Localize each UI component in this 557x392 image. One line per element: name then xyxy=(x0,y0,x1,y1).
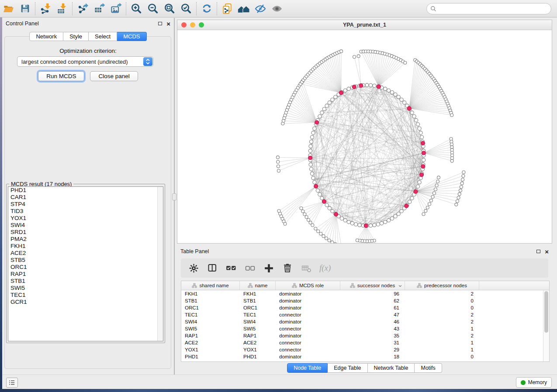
tab-motifs[interactable]: Motifs xyxy=(415,363,442,373)
network-node[interactable] xyxy=(347,87,350,90)
global-search-box[interactable] xyxy=(426,3,551,14)
network-node[interactable] xyxy=(418,127,421,130)
network-leaf-node[interactable] xyxy=(356,239,359,242)
network-node[interactable] xyxy=(416,185,420,188)
network-leaf-node[interactable] xyxy=(455,203,458,206)
network-node[interactable] xyxy=(308,149,312,152)
table-row[interactable]: ACE2ACE2connector311 xyxy=(181,339,549,346)
mcds-result-item[interactable]: ORC1 xyxy=(8,264,163,271)
float-panel-icon[interactable] xyxy=(536,250,540,253)
float-panel-icon[interactable] xyxy=(158,22,162,25)
network-node[interactable] xyxy=(318,115,322,118)
network-leaf-node[interactable] xyxy=(424,210,427,213)
optimization-criterion-dropdown[interactable]: largest connected component (undirected) xyxy=(17,56,153,67)
network-node[interactable] xyxy=(340,217,343,220)
network-canvas[interactable] xyxy=(177,30,552,243)
column-header-name[interactable]: name xyxy=(240,281,276,290)
network-node[interactable] xyxy=(369,83,372,87)
network-leaf-node[interactable] xyxy=(450,159,453,162)
table-row[interactable]: YOX1YOX1connector291 xyxy=(181,346,549,353)
export-network-icon[interactable] xyxy=(74,1,91,16)
panel-splitter-grip[interactable] xyxy=(172,193,176,200)
delete-column-icon[interactable] xyxy=(282,262,293,274)
network-graph[interactable] xyxy=(177,30,552,243)
tab-node-table[interactable]: Node Table xyxy=(287,363,328,373)
network-node[interactable] xyxy=(358,224,361,227)
table-scrollbar[interactable] xyxy=(543,290,549,361)
network-node[interactable] xyxy=(309,163,312,166)
network-leaf-node[interactable] xyxy=(314,227,317,230)
mcds-result-item[interactable]: SWI5 xyxy=(8,285,163,292)
network-hub-node[interactable] xyxy=(364,224,368,228)
network-leaf-node[interactable] xyxy=(277,160,280,163)
network-node[interactable] xyxy=(318,193,322,196)
network-hub-node[interactable] xyxy=(352,85,356,89)
network-node[interactable] xyxy=(313,181,316,184)
network-node[interactable] xyxy=(373,224,376,227)
network-node[interactable] xyxy=(422,158,426,162)
network-leaf-node[interactable] xyxy=(460,186,463,189)
zoom-fit-icon[interactable] xyxy=(161,1,178,16)
network-node[interactable] xyxy=(328,206,331,210)
network-leaf-node[interactable] xyxy=(428,203,431,206)
network-node[interactable] xyxy=(325,104,329,107)
network-leaf-node[interactable] xyxy=(456,199,459,203)
tab-network[interactable]: Network xyxy=(29,32,63,41)
export-image-icon[interactable] xyxy=(107,1,124,16)
network-hub-node[interactable] xyxy=(421,165,425,168)
column-header-shared-name[interactable]: shared name xyxy=(181,281,240,290)
network-node[interactable] xyxy=(350,221,354,225)
network-node[interactable] xyxy=(328,101,331,104)
network-node[interactable] xyxy=(384,220,387,224)
network-leaf-node[interactable] xyxy=(303,213,306,216)
mcds-result-item[interactable]: YOX1 xyxy=(8,215,163,222)
zoom-selected-icon[interactable] xyxy=(178,1,194,16)
mcds-result-item[interactable]: SWI4 xyxy=(8,222,163,229)
network-leaf-node[interactable] xyxy=(319,232,322,235)
network-window-titlebar[interactable]: YPA_prune.txt_1 xyxy=(177,20,552,30)
network-node[interactable] xyxy=(316,189,319,192)
network-node[interactable] xyxy=(400,210,403,213)
network-leaf-node[interactable] xyxy=(331,241,334,243)
network-leaf-node[interactable] xyxy=(457,196,460,199)
network-leaf-node[interactable] xyxy=(436,180,439,183)
refresh-view-icon[interactable] xyxy=(198,1,215,16)
close-panel-icon[interactable]: × xyxy=(545,248,549,255)
network-leaf-node[interactable] xyxy=(322,234,325,237)
deselect-checkboxes-icon[interactable] xyxy=(244,262,256,274)
network-leaf-node[interactable] xyxy=(462,175,465,178)
tab-mcds[interactable]: MCDS xyxy=(117,32,146,41)
network-hub-node[interactable] xyxy=(377,85,381,89)
network-leaf-node[interactable] xyxy=(325,237,328,240)
network-node[interactable] xyxy=(331,98,334,101)
add-column-icon[interactable] xyxy=(263,262,274,274)
network-hub-node[interactable] xyxy=(339,91,343,95)
network-leaf-node[interactable] xyxy=(307,218,310,221)
network-node[interactable] xyxy=(390,91,394,94)
table-row[interactable]: STB1STB1dominator620 xyxy=(181,297,549,304)
network-leaf-node[interactable] xyxy=(458,193,461,196)
column-header-predecessor-nodes[interactable]: predecessor nodes xyxy=(405,281,479,290)
network-overview-icon[interactable] xyxy=(235,1,252,16)
network-node[interactable] xyxy=(410,111,414,114)
network-node[interactable] xyxy=(334,95,337,99)
zoom-in-icon[interactable] xyxy=(128,1,145,16)
tab-select[interactable]: Select xyxy=(89,32,117,41)
network-hub-node[interactable] xyxy=(414,190,418,194)
network-leaf-node[interactable] xyxy=(276,156,279,159)
network-leaf-node[interactable] xyxy=(353,55,356,58)
network-node[interactable] xyxy=(397,212,400,216)
network-hub-node[interactable] xyxy=(359,84,363,88)
table-row[interactable]: RAP1RAP1dominator352 xyxy=(181,332,549,339)
mcds-result-item[interactable]: PMA2 xyxy=(8,236,163,243)
column-header-successor-nodes[interactable]: successor nodes xyxy=(340,281,405,290)
network-hub-node[interactable] xyxy=(334,213,338,217)
table-row[interactable]: PHD1PHD1dominator180 xyxy=(181,353,549,360)
network-leaf-node[interactable] xyxy=(357,55,360,58)
network-hub-node[interactable] xyxy=(407,107,411,110)
network-leaf-node[interactable] xyxy=(328,239,331,242)
network-node[interactable] xyxy=(354,223,358,226)
mcds-result-item[interactable]: TID3 xyxy=(8,208,163,215)
network-node[interactable] xyxy=(384,87,387,90)
mcds-result-list[interactable]: PHD1CAR1STP4TID3YOX1SWI4SRD1PMA2FKH1ACE2… xyxy=(8,186,163,341)
